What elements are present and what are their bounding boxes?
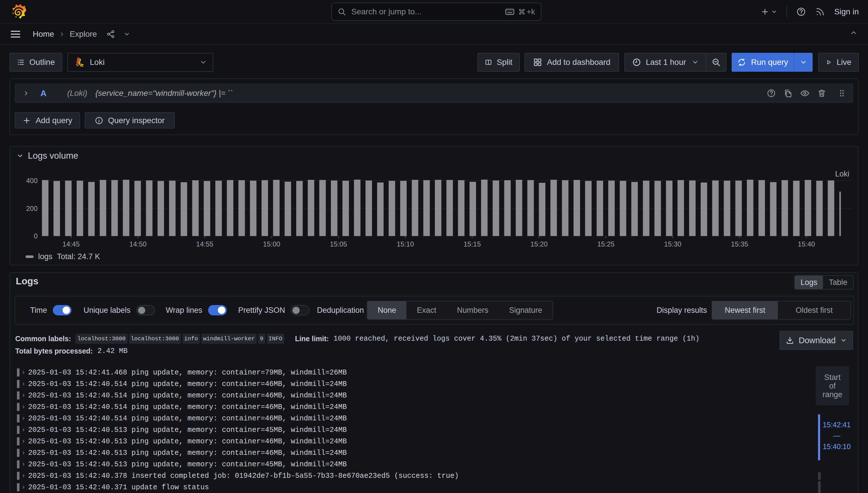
svg-text:15:05: 15:05 [330, 240, 347, 248]
svg-text:400: 400 [26, 177, 38, 185]
svg-text:14:55: 14:55 [196, 240, 213, 248]
svg-text:15:30: 15:30 [664, 240, 681, 248]
svg-text:15:15: 15:15 [464, 240, 481, 248]
svg-text:200: 200 [26, 205, 38, 212]
svg-text:15:00: 15:00 [263, 240, 280, 248]
svg-text:15:25: 15:25 [597, 240, 615, 248]
svg-text:15:40: 15:40 [798, 240, 815, 248]
svg-text:14:50: 14:50 [129, 240, 147, 248]
svg-text:0: 0 [34, 232, 38, 240]
svg-text:15:10: 15:10 [397, 240, 414, 248]
svg-text:15:20: 15:20 [530, 240, 548, 248]
svg-text:15:35: 15:35 [731, 240, 748, 248]
svg-text:14:45: 14:45 [63, 240, 80, 248]
